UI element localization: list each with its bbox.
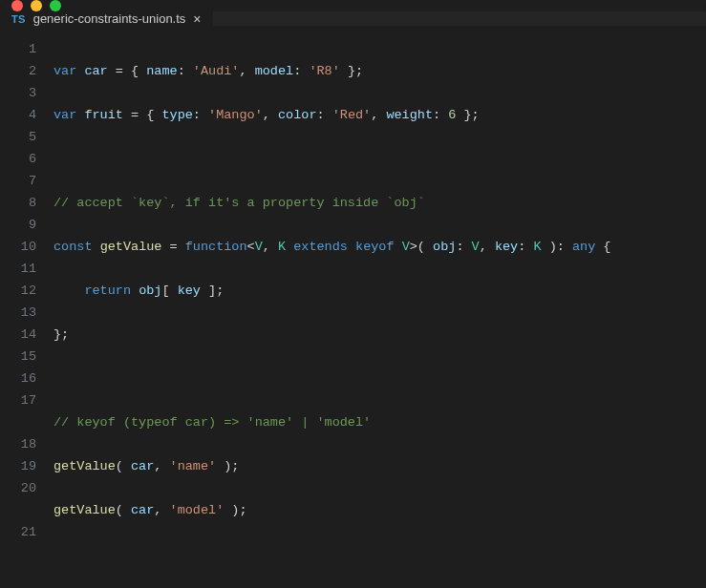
tab-filename: generic-constraints-union.ts [33, 11, 186, 26]
line-number: 2 [0, 60, 36, 82]
line-number [0, 411, 36, 433]
close-window-icon[interactable] [11, 0, 23, 11]
minimize-window-icon[interactable] [31, 0, 42, 11]
line-number: 5 [0, 126, 36, 148]
line-number: 12 [0, 280, 36, 302]
code-line: return obj[ key ]; [53, 280, 696, 302]
code-line: var car = { name: 'Audi', model: 'R8' }; [53, 60, 696, 82]
close-icon[interactable]: × [193, 12, 201, 26]
line-number: 18 [0, 433, 36, 455]
code-line: var fruit = { type: 'Mango', color: 'Red… [53, 104, 696, 126]
code-content[interactable]: var car = { name: 'Audi', model: 'R8' };… [53, 38, 706, 588]
line-number: 14 [0, 324, 36, 346]
line-number: 13 [0, 302, 36, 324]
code-line: getValue( car, 'model' ); [53, 499, 696, 521]
line-number: 17 [0, 389, 36, 411]
code-line: getValue( car, 'name' ); [53, 455, 696, 477]
line-number [0, 499, 36, 521]
line-number: 7 [0, 170, 36, 192]
line-number: 4 [0, 104, 36, 126]
tab-file[interactable]: TS generic-constraints-union.ts × [0, 11, 214, 26]
line-number: 20 [0, 477, 36, 499]
line-number: 3 [0, 82, 36, 104]
line-number: 11 [0, 258, 36, 280]
code-editor[interactable]: 1 2 3 4 5 6 7 8 9 10 11 12 13 14 15 16 1… [0, 27, 706, 588]
code-line [53, 368, 696, 389]
line-number: 10 [0, 236, 36, 258]
line-number: 15 [0, 346, 36, 368]
editor-window: TS generic-constraints-union.ts × 1 2 3 … [0, 0, 706, 588]
code-line: }; [53, 324, 696, 346]
line-number: 1 [0, 38, 36, 60]
code-line [53, 148, 696, 170]
line-number: 9 [0, 214, 36, 236]
line-number-gutter: 1 2 3 4 5 6 7 8 9 10 11 12 13 14 15 16 1… [0, 38, 53, 588]
tab-bar: TS generic-constraints-union.ts × [0, 11, 706, 27]
line-number: 16 [0, 368, 36, 389]
code-line: // accept `key`, if it's a property insi… [53, 192, 696, 214]
zoom-window-icon[interactable] [50, 0, 61, 11]
line-number: 19 [0, 455, 36, 477]
line-number: 21 [0, 521, 36, 543]
window-titlebar [0, 0, 706, 11]
line-number: 6 [0, 148, 36, 170]
line-number: 8 [0, 192, 36, 214]
code-line [53, 543, 696, 565]
typescript-icon: TS [11, 13, 26, 25]
code-line: // keyof (typeof car) => 'name' | 'model… [53, 411, 696, 433]
code-line: const getValue = function<V, K extends k… [53, 236, 696, 258]
